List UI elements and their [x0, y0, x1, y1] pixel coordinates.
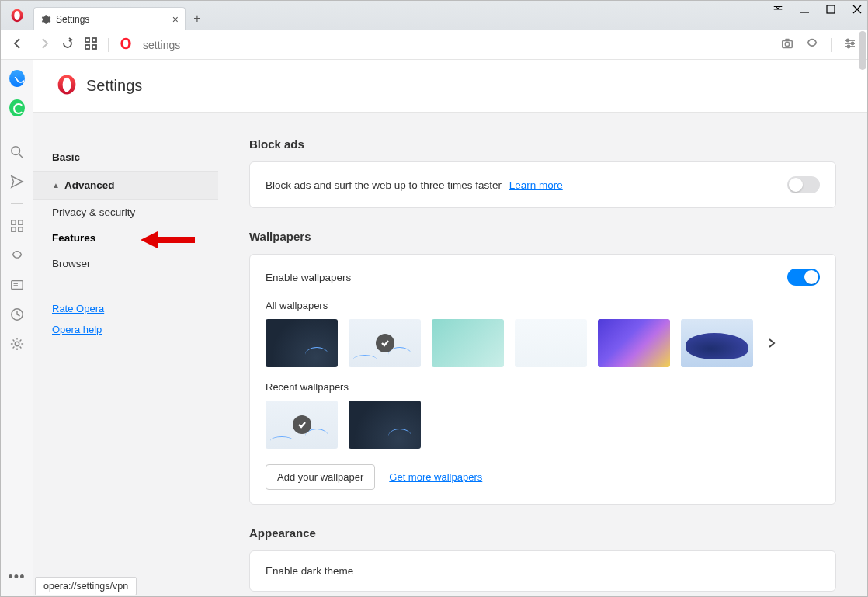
svg-rect-8	[85, 45, 89, 49]
nav-features-label: Features	[52, 232, 95, 244]
close-window-button[interactable]	[852, 4, 863, 17]
history-icon[interactable]	[9, 307, 25, 322]
nav-basic[interactable]: Basic	[33, 144, 218, 171]
page-title: Settings	[86, 77, 142, 95]
tab-close-button[interactable]: ×	[172, 13, 179, 26]
svg-point-18	[852, 43, 854, 45]
svg-rect-3	[827, 5, 835, 13]
settings-icon[interactable]	[9, 336, 25, 352]
block-ads-text: Block ads and surf the web up to three t…	[266, 179, 787, 191]
appearance-heading: Appearance	[249, 526, 836, 540]
wallpaper-thumb-selected[interactable]	[266, 401, 338, 449]
svg-rect-25	[18, 227, 22, 231]
new-tab-button[interactable]: +	[186, 7, 209, 30]
reload-button[interactable]	[61, 37, 74, 52]
rate-opera-link[interactable]: Rate Opera	[33, 298, 218, 319]
more-sidebar-button[interactable]: •••	[9, 569, 26, 585]
personal-news-icon[interactable]	[9, 174, 25, 189]
svg-point-30	[15, 342, 19, 345]
block-ads-toggle[interactable]	[787, 176, 820, 193]
browser-toolbar: settings	[1, 30, 867, 60]
svg-rect-23	[18, 220, 22, 224]
browser-side-rail: •••	[1, 60, 33, 596]
svg-point-32	[63, 78, 71, 92]
divider	[108, 38, 109, 52]
svg-rect-6	[85, 38, 89, 42]
svg-rect-24	[11, 227, 15, 231]
svg-rect-22	[11, 220, 15, 224]
nav-features[interactable]: Features	[33, 225, 218, 251]
all-wallpapers-label: All wallpapers	[266, 300, 820, 311]
search-icon[interactable]	[9, 144, 25, 160]
nav-browser[interactable]: Browser	[33, 251, 218, 276]
divider	[11, 130, 23, 130]
wallpapers-card: Enable wallpapers All wallpapers	[249, 254, 836, 505]
status-bar: opera://settings/vpn	[35, 577, 137, 595]
easy-setup-icon[interactable]	[773, 4, 783, 17]
scrollbar-thumb[interactable]	[859, 31, 866, 70]
opera-help-link[interactable]: Opera help	[33, 319, 218, 340]
svg-rect-9	[92, 45, 96, 49]
svg-point-1	[14, 11, 20, 20]
check-icon	[376, 334, 394, 352]
address-bar-text[interactable]: settings	[143, 39, 180, 51]
wallpaper-thumb[interactable]	[515, 319, 587, 367]
svg-point-19	[848, 46, 850, 48]
wallpaper-thumb[interactable]	[349, 401, 421, 449]
whatsapp-icon[interactable]	[9, 100, 25, 116]
gear-icon	[40, 14, 51, 25]
enable-wallpapers-label: Enable wallpapers	[266, 272, 787, 283]
get-more-wallpapers-link[interactable]: Get more wallpapers	[389, 471, 482, 483]
wallpaper-thumb[interactable]	[432, 319, 504, 367]
back-button[interactable]	[12, 37, 24, 52]
speed-dial-icon[interactable]	[9, 218, 25, 234]
wallpaper-thumb[interactable]	[681, 319, 753, 367]
opera-scheme-icon	[120, 37, 132, 52]
learn-more-link[interactable]: Learn more	[509, 179, 563, 191]
nav-privacy[interactable]: Privacy & security	[33, 200, 218, 225]
appearance-card: Enable dark theme	[249, 550, 836, 592]
add-wallpaper-button[interactable]: Add your wallpaper	[266, 464, 375, 490]
annotation-arrow-icon	[141, 231, 195, 251]
forward-button	[38, 37, 50, 52]
bookmark-icon[interactable]	[806, 37, 818, 52]
svg-point-13	[785, 42, 789, 46]
chevron-up-icon: ▲	[52, 181, 60, 189]
news-icon[interactable]	[9, 277, 25, 293]
svg-point-20	[11, 147, 19, 155]
nav-advanced[interactable]: ▲ Advanced	[33, 171, 218, 200]
window-controls	[773, 4, 863, 17]
svg-point-17	[847, 40, 849, 42]
settings-main-pane: Block ads Block ads and surf the web up …	[218, 113, 867, 596]
minimize-button[interactable]	[799, 4, 810, 17]
check-icon	[293, 415, 311, 434]
easy-setup-icon[interactable]	[844, 37, 856, 52]
svg-line-21	[19, 154, 23, 158]
dark-theme-label: Enable dark theme	[266, 565, 820, 577]
block-ads-card: Block ads and surf the web up to three t…	[249, 161, 836, 208]
tab-strip: Settings × +	[1, 1, 867, 30]
opera-logo-icon	[57, 75, 77, 97]
wallpaper-thumb-selected[interactable]	[349, 319, 421, 367]
snapshot-icon[interactable]	[781, 37, 793, 52]
settings-nav: Basic ▲ Advanced Privacy & security Feat…	[33, 113, 218, 596]
bookmarks-icon[interactable]	[9, 248, 25, 263]
next-wallpapers-button[interactable]	[764, 335, 779, 351]
nav-advanced-label: Advanced	[64, 179, 115, 191]
enable-wallpapers-toggle[interactable]	[787, 269, 820, 286]
speed-dial-icon[interactable]	[85, 37, 97, 52]
wallpapers-heading: Wallpapers	[249, 230, 836, 243]
wallpaper-thumb[interactable]	[598, 319, 670, 367]
tab-title: Settings	[56, 14, 89, 25]
divider	[11, 203, 23, 204]
settings-header: Settings	[33, 60, 867, 113]
svg-rect-7	[92, 38, 96, 42]
recent-wallpapers-label: Recent wallpapers	[266, 381, 820, 393]
wallpaper-thumb[interactable]	[266, 319, 338, 367]
svg-point-11	[123, 40, 129, 48]
maximize-button[interactable]	[825, 4, 836, 17]
messenger-icon[interactable]	[9, 71, 25, 86]
block-ads-heading: Block ads	[249, 137, 836, 151]
opera-menu-button[interactable]	[1, 1, 33, 30]
tab-settings[interactable]: Settings ×	[33, 7, 186, 30]
